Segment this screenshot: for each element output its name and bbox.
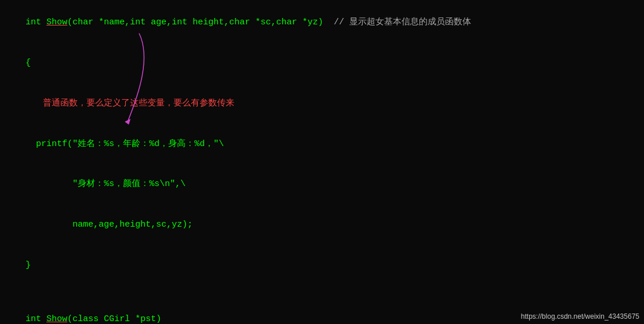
brace-open-1: { [26,58,31,68]
keyword-int-1: int [26,17,46,27]
line-6: name,age,height,sc,yz); [5,205,639,245]
code-container: int Show(char *name,int age,int height,c… [0,0,644,324]
watermark: https://blog.csdn.net/weixin_43435675 [521,312,639,321]
printf-cont-1: "身材：%s，颜值：%s\n",\ [26,179,186,189]
func-show-1: Show [46,17,67,27]
line-5: "身材：%s，颜值：%s\n",\ [5,164,639,205]
spacer-1 [5,285,639,298]
line-4: printf("姓名：%s，年龄：%d，身高：%d，"\ [5,123,639,164]
line-1: int Show(char *name,int age,int height,c… [5,2,639,43]
params-1: (char *name,int age,int height,char *sc,… [67,17,471,27]
params-2: (class CGirl *pst) [67,314,161,324]
func-show-2: Show [46,314,67,324]
line-2: { [5,43,639,83]
brace-close-1: } [26,260,31,270]
printf-1: printf("姓名：%s，年龄：%d，身高：%d，"\ [26,139,224,149]
line-annotation-1: 普通函数，要么定义了这些变量，要么有参数传来 [5,83,639,124]
line-7: } [5,245,639,286]
keyword-int-2: int [26,314,46,324]
printf-args-1: name,age,height,sc,yz); [26,220,193,230]
